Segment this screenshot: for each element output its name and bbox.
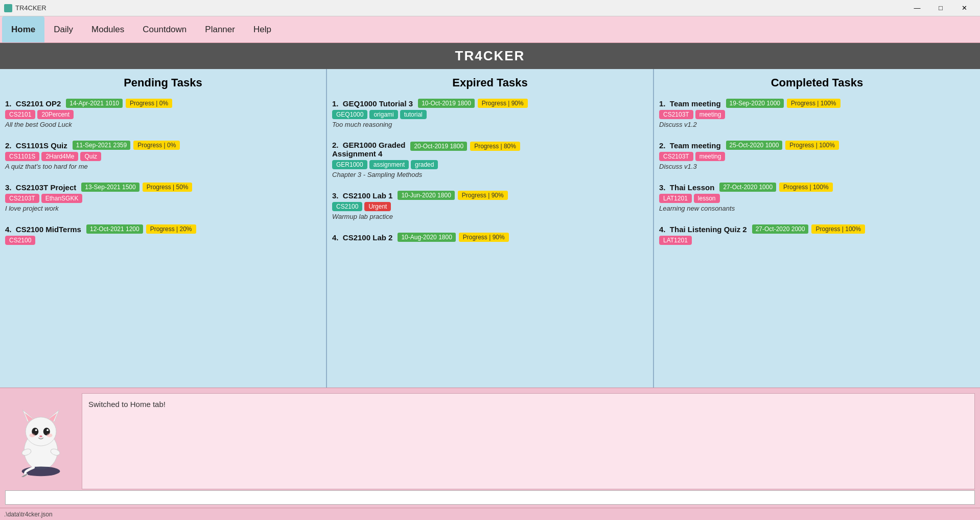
expired-task-3-title: 3. CS2100 Lab 1 [332,191,392,200]
input-area [0,489,980,508]
status-bar: .\data\tr4cker.json [0,508,980,520]
bottom-content: Switched to Home tab! [0,388,980,489]
mascot-area [0,388,82,489]
expired-scroll[interactable]: 1. GEQ1000 Tutorial 3 10-Oct-2019 1800 P… [327,95,653,388]
completed-scroll[interactable]: 1. Team meeting 19-Sep-2020 1000 Progres… [654,95,980,388]
close-button[interactable]: ✕ [952,0,976,16]
tag: CS2101 [5,110,35,119]
app-title: TR4CKER [0,43,980,69]
pending-task-3: 3. CS2103T Project 13-Sep-2021 1500 Prog… [5,180,321,214]
pending-scroll[interactable]: 1. CS2101 OP2 14-Apr-2021 1010 Progress … [0,95,326,388]
pending-task-1-progress: Progress | 0% [126,99,172,108]
nav-planner[interactable]: Planner [196,16,244,42]
pending-task-1-note: All the best Good Luck [5,121,321,128]
tag: GEQ1000 [332,110,367,119]
title-bar: TR4CKER — □ ✕ [0,0,980,16]
completed-task-1-progress: Progress | 100% [787,99,841,108]
pending-task-2-title: 2. CS1101S Quiz [5,141,67,150]
expired-task-2-note: Chapter 3 - Sampling Methods [332,171,648,178]
tag: graded [411,160,438,169]
expired-task-3-date: 10-Jun-2020 1800 [398,191,454,200]
pending-task-2-date: 11-Sep-2021 2359 [73,141,130,150]
nav-daily[interactable]: Daily [44,16,82,42]
expired-task-1-progress: Progress | 90% [478,99,528,108]
expired-task-1-note: Too much reasoning [332,121,648,128]
completed-task-2-date: 25-Oct-2020 1000 [726,141,783,150]
pending-task-4: 4. CS2100 MidTerms 12-Oct-2021 1200 Prog… [5,222,321,248]
svg-point-10 [39,435,42,437]
expired-task-2-title: 2. GER1000 GradedAssignment 4 [332,141,405,158]
completed-header: Completed Tasks [654,69,980,95]
nav-modules[interactable]: Modules [82,16,133,42]
tag: EthanSGKK [41,194,83,203]
pending-task-2-progress: Progress | 0% [133,141,180,150]
pending-header: Pending Tasks [0,69,326,95]
tag: lesson [694,194,720,203]
bottom-area: Switched to Home tab! [0,388,980,508]
expired-task-4-progress: Progress | 90% [459,233,509,242]
status-path: .\data\tr4cker.json [4,511,53,518]
tag: CS2103T [5,194,39,203]
expired-task-3: 3. CS2100 Lab 1 10-Jun-2020 1800 Progres… [332,189,648,222]
completed-task-2-progress: Progress | 100% [785,141,839,150]
expired-task-1: 1. GEQ1000 Tutorial 3 10-Oct-2019 1800 P… [332,97,648,130]
expired-task-4-title: 4. CS2100 Lab 2 [332,233,392,242]
completed-task-4-date: 27-Oct-2020 2000 [752,224,809,234]
svg-point-8 [35,429,37,431]
minimize-button[interactable]: — [905,0,929,16]
svg-point-9 [46,429,49,431]
completed-task-3-date: 27-Oct-2020 1000 [719,183,776,192]
expired-task-4: 4. CS2100 Lab 2 10-Aug-2020 1800 Progres… [332,231,648,246]
expired-task-4-date: 10-Aug-2020 1800 [398,233,455,242]
maximize-button[interactable]: □ [929,0,952,16]
completed-task-3-progress: Progress | 100% [779,183,833,192]
svg-point-11 [30,434,35,438]
completed-task-1: 1. Team meeting 19-Sep-2020 1000 Progres… [659,97,975,130]
pending-task-3-progress: Progress | 50% [143,183,193,192]
tag: tutorial [400,110,427,119]
pending-task-4-progress: Progress | 20% [146,224,196,234]
nav-countdown[interactable]: Countdown [133,16,196,42]
nav-bar: Home Daily Modules Countdown Planner Hel… [0,16,980,43]
tag: CS2103T [659,152,693,161]
completed-task-2: 2. Team meeting 25-Oct-2020 1000 Progres… [659,139,975,172]
svg-point-1 [26,417,56,446]
expired-task-3-note: Warmup lab practice [332,213,648,220]
tag: Urgent [364,202,391,211]
pending-task-3-date: 13-Sep-2021 1500 [81,183,139,192]
completed-task-1-date: 19-Sep-2020 1000 [726,99,784,108]
pending-column: Pending Tasks 1. CS2101 OP2 14-Apr-2021 … [0,69,327,388]
tag: CS1101S [5,152,39,161]
pending-task-1: 1. CS2101 OP2 14-Apr-2021 1010 Progress … [5,97,321,130]
completed-task-1-note: Discuss v1.2 [659,121,975,128]
completed-task-4: 4. Thai Listening Quiz 2 27-Oct-2020 200… [659,222,975,248]
nav-help[interactable]: Help [244,16,281,42]
pending-task-2: 2. CS1101S Quiz 11-Sep-2021 2359 Progres… [5,139,321,172]
tag: CS2100 [332,202,362,211]
title-bar-text: TR4CKER [15,4,46,12]
expired-task-2-date: 20-Oct-2019 1800 [410,142,467,151]
svg-point-12 [46,434,52,438]
command-input[interactable] [5,490,975,505]
tag: LAT1201 [659,236,692,245]
pending-task-3-title: 3. CS2103T Project [5,183,76,192]
tag: meeting [695,110,726,119]
tag: 2Hard4Me [41,152,78,161]
message-area: Switched to Home tab! [82,393,975,489]
completed-task-2-note: Discuss v1.3 [659,163,975,170]
completed-task-3-note: Learning new consonants [659,205,975,212]
expired-task-1-date: 10-Oct-2019 1800 [418,99,475,108]
pending-task-1-title: 1. CS2101 OP2 [5,99,61,108]
completed-task-3: 3. Thai Lesson 27-Oct-2020 1000 Progress… [659,180,975,214]
expired-task-3-progress: Progress | 90% [458,191,508,200]
expired-task-2: 2. GER1000 GradedAssignment 4 20-Oct-201… [332,139,648,180]
tag: origami [369,110,398,119]
tag: GER1000 [332,160,367,169]
message-text: Switched to Home tab! [88,400,166,409]
expired-header: Expired Tasks [327,69,653,95]
tag: LAT1201 [659,194,692,203]
tasks-area: Pending Tasks 1. CS2101 OP2 14-Apr-2021 … [0,69,980,388]
mascot-svg [10,400,72,477]
main-content: Pending Tasks 1. CS2101 OP2 14-Apr-2021 … [0,69,980,508]
nav-home[interactable]: Home [2,16,44,42]
